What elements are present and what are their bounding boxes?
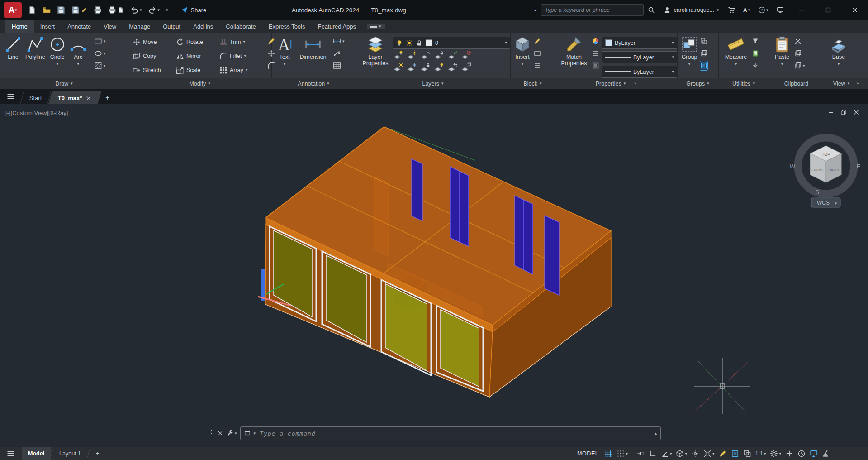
scale-button[interactable]: Scale <box>176 63 219 77</box>
transparency-toggle[interactable] <box>731 450 739 458</box>
linetype-list-icon[interactable] <box>592 49 599 58</box>
tab-manage[interactable]: Manage <box>123 20 157 33</box>
layer-previous-button[interactable] <box>447 63 457 73</box>
transparency-icon[interactable] <box>592 61 599 70</box>
tab-home[interactable]: Home <box>5 20 34 33</box>
quick-select-button[interactable] <box>752 37 759 46</box>
ellipse-button[interactable]: ▾ <box>94 49 106 58</box>
move-button[interactable]: Move <box>133 35 176 49</box>
fillet-button[interactable]: Fillet▾ <box>219 49 265 63</box>
group-edit-button[interactable] <box>700 49 707 58</box>
health-dashboard-icon[interactable] <box>777 6 784 14</box>
viewport-restore-icon[interactable] <box>840 109 847 116</box>
tab-annotate[interactable]: Annotate <box>61 20 97 33</box>
wcs-label[interactable]: WCS <box>817 200 830 206</box>
manage-attributes-button[interactable] <box>534 61 541 70</box>
command-grip-handle[interactable] <box>210 429 214 437</box>
lineweight-dropdown[interactable]: ByLayer ▾ <box>602 66 677 78</box>
chevron-down-icon[interactable]: ▾ <box>505 41 507 45</box>
copy-clip-button[interactable] <box>794 49 805 58</box>
open-file-button[interactable] <box>43 6 51 14</box>
circle-button[interactable]: Circle▾ <box>49 33 66 78</box>
grid-display-toggle[interactable] <box>604 450 612 458</box>
tab-addins[interactable]: Add-ins <box>187 20 219 33</box>
statusbar-menu-button[interactable] <box>6 449 15 458</box>
help-button[interactable]: ▾ <box>758 6 768 14</box>
lineweight-toggle[interactable] <box>719 450 727 458</box>
match-layer-button[interactable] <box>460 51 470 61</box>
paste-button[interactable]: Paste▾ <box>773 33 791 78</box>
leader-button[interactable] <box>333 49 345 58</box>
maximize-window-button[interactable] <box>815 0 841 20</box>
mirror-button[interactable]: Mirror <box>176 49 219 63</box>
viewport-controls[interactable]: [-][Custom View][X-Ray] <box>5 110 68 116</box>
command-close-icon[interactable] <box>217 430 223 436</box>
trim-button[interactable]: Trim▾ <box>219 35 265 49</box>
undo-button[interactable]: ▾ <box>130 6 142 14</box>
tab-featured-apps[interactable]: Featured Apps <box>311 20 362 33</box>
viewport-minimize-icon[interactable] <box>827 109 835 116</box>
layer-off-button[interactable] <box>393 51 403 61</box>
base-view-button[interactable]: Base▾ <box>830 33 847 78</box>
cut-button[interactable] <box>794 37 805 46</box>
plot-button[interactable] <box>94 6 102 14</box>
clean-screen-toggle[interactable] <box>822 450 830 458</box>
model-door-1[interactable] <box>412 159 422 221</box>
object-snap-tracking-toggle[interactable] <box>691 450 699 458</box>
layer-lock-icon[interactable] <box>416 39 423 47</box>
panel-launcher-icon[interactable]: » <box>634 81 636 86</box>
drawing-viewport[interactable]: W S E TOP FRONT RIGHT WCS ▾ [-][Custom V… <box>0 104 868 447</box>
redo-button[interactable]: ▾ <box>148 6 160 14</box>
text-button[interactable]: Text▾ <box>276 33 293 78</box>
groups-panel-label[interactable]: Groups▾ <box>677 78 718 89</box>
ribbon-display-toggle[interactable]: ▾ <box>367 24 385 29</box>
layer-thaw-button[interactable] <box>406 63 416 73</box>
autodesk-apps-button[interactable]: A▾ <box>743 7 750 14</box>
modify-panel-label[interactable]: Modify▾ <box>128 78 271 89</box>
layer-color-swatch[interactable] <box>426 39 432 46</box>
layer-properties-button[interactable]: Layer Properties <box>358 33 393 78</box>
insert-block-button[interactable]: Insert▾ <box>514 33 531 78</box>
model-tab[interactable]: Model <box>22 447 51 460</box>
new-drawing-button[interactable] <box>28 6 36 14</box>
polar-tracking-toggle[interactable]: ▾ <box>661 450 672 458</box>
search-input[interactable] <box>541 4 644 16</box>
new-file-tab-button[interactable]: + <box>105 94 109 102</box>
group-selection-toggle[interactable] <box>700 61 707 70</box>
account-menu[interactable]: carolina.roque... ▾ <box>664 6 719 14</box>
view-panel-label[interactable]: View▾» <box>824 78 868 89</box>
color-wheel-icon[interactable] <box>592 37 599 46</box>
tab-view[interactable]: View <box>97 20 123 33</box>
block-panel-label[interactable]: Block▾ <box>510 78 555 89</box>
viewcube-east[interactable]: E <box>857 163 861 170</box>
model-door-4[interactable] <box>545 216 559 295</box>
save-button[interactable] <box>57 6 65 14</box>
tab-express-tools[interactable]: Express Tools <box>262 20 312 33</box>
file-tabs-menu-button[interactable] <box>6 92 15 101</box>
close-window-button[interactable] <box>841 0 868 20</box>
selection-cycling-toggle[interactable] <box>743 450 751 458</box>
array-button[interactable]: Array▾ <box>219 63 265 77</box>
graphics-performance-toggle[interactable] <box>810 450 818 458</box>
viewport-close-icon[interactable] <box>853 109 860 116</box>
ungroup-button[interactable] <box>700 37 707 46</box>
draw-panel-label[interactable]: Draw▾ <box>0 78 128 89</box>
command-input[interactable] <box>259 430 651 437</box>
chevron-down-icon[interactable]: ▾ <box>254 431 256 436</box>
model-space-button[interactable]: MODEL <box>577 450 598 457</box>
command-history-toggle[interactable]: ▴ <box>655 431 657 436</box>
viewcube[interactable]: W S E TOP FRONT RIGHT WCS ▾ <box>790 138 861 207</box>
dimension-button[interactable]: Dimension <box>298 33 328 78</box>
viewcube-west[interactable]: W <box>790 163 796 170</box>
layer-on-button[interactable] <box>433 63 443 73</box>
annotation-scale-button[interactable]: 1:1▾ <box>755 450 766 457</box>
utilities-panel-label[interactable]: Utilities▾ <box>718 78 769 89</box>
search-icon[interactable] <box>648 6 655 14</box>
file-tab-document[interactable]: T0_max* <box>48 91 102 104</box>
ortho-mode-toggle[interactable] <box>649 450 657 458</box>
arc-button[interactable]: Arc▾ <box>70 33 87 78</box>
rotate-button[interactable]: Rotate <box>176 35 219 49</box>
application-menu-button[interactable]: A ▾ <box>4 2 22 18</box>
table-button[interactable] <box>333 61 345 70</box>
viewcube-south[interactable]: S <box>816 189 820 196</box>
